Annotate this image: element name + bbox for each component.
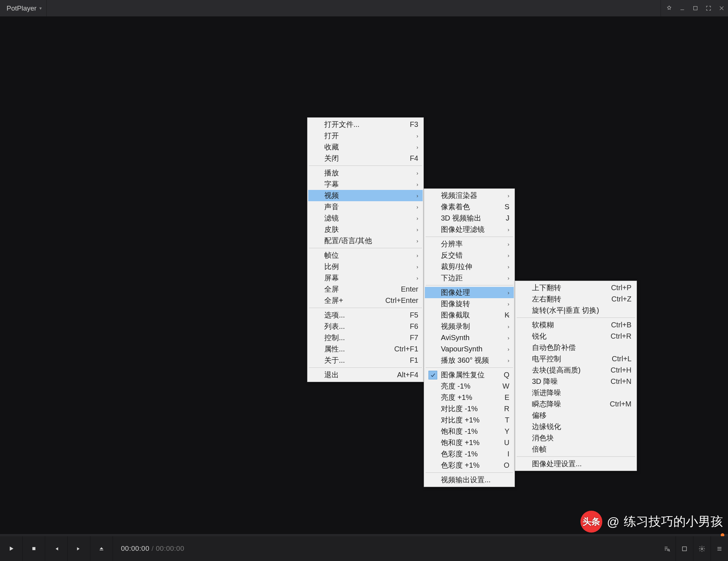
menu-item[interactable]: 亮度 -1%W	[425, 381, 514, 392]
menu-item[interactable]: 色彩度 -1%I	[425, 448, 514, 460]
menu-item[interactable]: 上下翻转Ctrl+P	[516, 282, 636, 293]
chevron-right-icon: ›	[508, 215, 509, 221]
menu-item[interactable]: VapourSynth›	[425, 343, 514, 355]
menu-item[interactable]: AviSynth›	[425, 332, 514, 343]
menu-item[interactable]: 图像处理设置...	[516, 458, 636, 470]
menu-item[interactable]: 裁剪/拉伸›	[425, 261, 514, 272]
menu-item[interactable]: 倍帧	[516, 444, 636, 455]
menu-item[interactable]: 像素着色S›	[425, 201, 514, 213]
menu-item-shortcut: Ctrl+Enter	[374, 296, 418, 305]
menu-item[interactable]: 帧位›	[308, 250, 423, 261]
menu-item[interactable]: 渐进降噪	[516, 387, 636, 398]
svg-line-9	[669, 550, 670, 551]
menu-item[interactable]: 视频录制›	[425, 321, 514, 332]
menu-item[interactable]: 列表...F6	[308, 321, 423, 332]
menu-item-label: 旋转(水平|垂直 切换)	[532, 305, 631, 315]
minimize-icon[interactable]	[676, 0, 689, 16]
menu-item[interactable]: 打开文件...F3	[308, 119, 423, 130]
menu-item[interactable]: 图像处理滤镜›	[425, 224, 514, 235]
menu-item[interactable]: 3D 降噪Ctrl+N	[516, 376, 636, 387]
menu-item[interactable]: 分辨率›	[425, 238, 514, 250]
open-file-icon[interactable]	[676, 536, 693, 561]
menu-item[interactable]: 视频渲染器›	[425, 190, 514, 201]
menu-item[interactable]: 关闭F4	[308, 153, 423, 164]
menu-item[interactable]: 屏幕›	[308, 272, 423, 284]
chevron-right-icon: ›	[508, 226, 509, 233]
menu-item-label: 全屏	[324, 284, 390, 294]
chevron-right-icon: ›	[508, 204, 509, 210]
menu-item[interactable]: 播放›	[308, 167, 423, 179]
menu-item[interactable]: 瞬态降噪Ctrl+M	[516, 398, 636, 410]
menu-item[interactable]: 配置/语言/其他›	[308, 235, 423, 246]
menu-item-shortcut: F7	[396, 334, 418, 342]
menu-item[interactable]: 偏移	[516, 410, 636, 421]
menu-item[interactable]: 图像旋转›	[425, 298, 514, 309]
menu-item-label: 收藏	[324, 142, 418, 152]
menu-item[interactable]: 声音›	[308, 201, 423, 213]
menu-item[interactable]: 视频›	[308, 190, 423, 201]
menu-item[interactable]: 图像属性复位Q	[425, 369, 514, 381]
watermark: 头条 @ 练习技巧的小男孩	[580, 511, 723, 533]
chevron-right-icon: ›	[508, 289, 509, 296]
menu-item[interactable]: 字幕›	[308, 179, 423, 190]
fullscreen-icon[interactable]	[702, 0, 715, 16]
menu-item[interactable]: 锐化Ctrl+R	[516, 331, 636, 342]
playlist-search-icon[interactable]	[658, 536, 676, 561]
menu-item[interactable]: 图像截取K›	[425, 309, 514, 321]
chevron-right-icon: ›	[508, 301, 509, 307]
menu-item[interactable]: 全屏+Ctrl+Enter	[308, 295, 423, 306]
play-button[interactable]	[0, 536, 23, 561]
menu-item[interactable]: 左右翻转Ctrl+Z	[516, 293, 636, 305]
menu-item[interactable]: 退出Alt+F4	[308, 369, 423, 381]
stop-button[interactable]	[23, 536, 45, 561]
menu-item[interactable]: 软模糊Ctrl+B	[516, 319, 636, 331]
menu-item[interactable]: 饱和度 +1%U	[425, 437, 514, 448]
menu-item-shortcut: Ctrl+N	[600, 377, 631, 386]
menu-item[interactable]: 下边距›	[425, 272, 514, 284]
menu-item[interactable]: 打开›	[308, 130, 423, 141]
playlist-icon[interactable]	[711, 536, 728, 561]
menu-item[interactable]: 播放 360° 视频›	[425, 355, 514, 366]
menu-item[interactable]: 图像处理›	[425, 287, 514, 298]
context-menu-image-processing: 上下翻转Ctrl+P左右翻转Ctrl+Z旋转(水平|垂直 切换)软模糊Ctrl+…	[515, 281, 637, 471]
close-icon[interactable]	[715, 0, 728, 16]
settings-gear-icon[interactable]	[693, 536, 711, 561]
menu-item[interactable]: 电平控制Ctrl+L	[516, 353, 636, 365]
chevron-right-icon: ›	[416, 275, 418, 281]
menu-item[interactable]: 皮肤›	[308, 224, 423, 235]
chevron-right-icon: ›	[508, 241, 509, 247]
menu-item[interactable]: 属性...Ctrl+F1	[308, 343, 423, 355]
menu-item[interactable]: 边缘锐化	[516, 421, 636, 432]
menu-item-shortcut: F4	[396, 154, 418, 163]
eject-button[interactable]	[90, 536, 113, 561]
menu-item[interactable]: 对比度 -1%R	[425, 403, 514, 414]
next-button[interactable]	[68, 536, 90, 561]
menu-item[interactable]: 控制...F7	[308, 332, 423, 343]
menu-item[interactable]: 全屏Enter	[308, 284, 423, 295]
menu-item[interactable]: 消色块	[516, 432, 636, 444]
menu-item[interactable]: 亮度 +1%E	[425, 392, 514, 403]
menu-item[interactable]: 滤镜›	[308, 213, 423, 224]
menu-item[interactable]: 3D 视频输出J›	[425, 213, 514, 224]
menu-item[interactable]: 关于...F1	[308, 355, 423, 366]
menu-item-label: 播放 360° 视频	[441, 355, 509, 365]
menu-item[interactable]: 选项...F5	[308, 309, 423, 321]
menu-item-label: 像素着色	[441, 202, 488, 212]
menu-item[interactable]: 旋转(水平|垂直 切换)	[516, 305, 636, 316]
menu-item[interactable]: 收藏›	[308, 141, 423, 153]
pin-icon[interactable]	[662, 0, 676, 16]
previous-button[interactable]	[45, 536, 68, 561]
menu-item-shortcut: T	[488, 416, 509, 424]
menu-item[interactable]: 对比度 +1%T	[425, 414, 514, 426]
menu-item[interactable]: 比例›	[308, 261, 423, 272]
maximize-icon[interactable]	[689, 0, 702, 16]
menu-item[interactable]: 饱和度 -1%Y	[425, 426, 514, 437]
time-display: 00:00:00/00:00:00	[113, 545, 192, 553]
menu-item[interactable]: 自动色阶补偿	[516, 342, 636, 353]
menu-item[interactable]: 视频输出设置...	[425, 474, 514, 486]
menu-item-label: 图像处理滤镜	[441, 225, 509, 234]
menu-item[interactable]: 色彩度 +1%O	[425, 460, 514, 471]
menu-item[interactable]: 去块(提高画质)Ctrl+H	[516, 365, 636, 376]
app-title-button[interactable]: PotPlayer ▾	[0, 0, 47, 16]
menu-item[interactable]: 反交错›	[425, 250, 514, 261]
